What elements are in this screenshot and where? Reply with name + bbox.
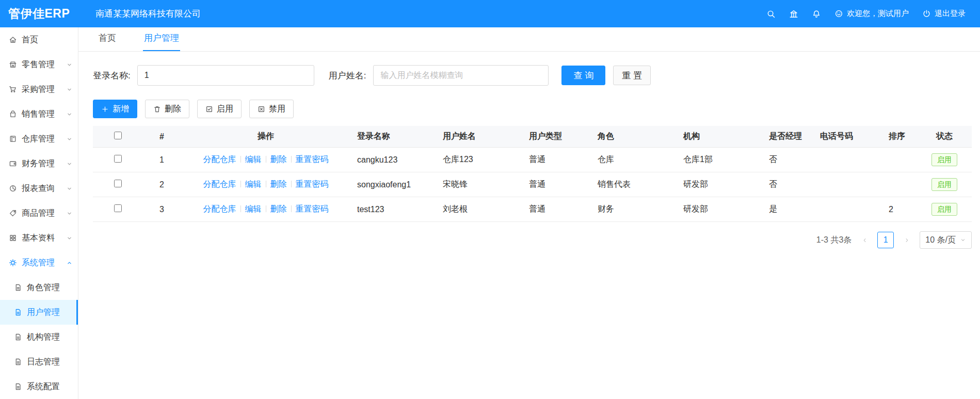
enable-button[interactable]: 启用 <box>197 100 242 118</box>
wallet-icon <box>9 159 17 168</box>
check-square-icon <box>205 105 213 113</box>
login-name-input[interactable] <box>137 65 314 86</box>
sidebar-item-label: 报表查询 <box>22 183 55 194</box>
greeting-text: 欢迎您，测试用户 <box>847 9 909 19</box>
edit-link[interactable]: 编辑 <box>245 180 262 188</box>
pagination: 1-3 共3条 1 10 条/页 <box>93 231 972 249</box>
main-area: 首页 用户管理 登录名称: 用户姓名: 查 询 重 置 新增 <box>78 27 980 399</box>
sidebar-item-retail[interactable]: 零售管理 <box>0 52 78 77</box>
status-badge[interactable]: 启用 <box>931 203 957 216</box>
sidebar-item-home[interactable]: 首页 <box>0 27 78 52</box>
document-icon <box>14 333 22 341</box>
table-row: 3 分配仓库编辑删除重置密码 test123 刘老根 普通 财务 研发部 是 2… <box>93 197 972 222</box>
edit-link[interactable]: 编辑 <box>245 155 262 164</box>
edit-link[interactable]: 编辑 <box>245 204 262 213</box>
row-actions: 分配仓库编辑删除重置密码 <box>181 148 351 172</box>
trash-icon <box>153 105 161 113</box>
sidebar-item-warehouse[interactable]: 仓库管理 <box>0 126 78 151</box>
reset-password-link[interactable]: 重置密码 <box>296 180 329 188</box>
next-page-button[interactable] <box>899 232 914 248</box>
page-content: 登录名称: 用户姓名: 查 询 重 置 新增 删除 启用 <box>78 52 980 399</box>
col-login-name: 登录名称 <box>351 126 437 148</box>
add-button-label: 新增 <box>113 104 129 115</box>
user-greeting[interactable]: 欢迎您，测试用户 <box>834 9 909 19</box>
sidebar-item-reports[interactable]: 报表查询 <box>0 176 78 201</box>
phone-cell <box>814 148 882 172</box>
disable-button-label: 禁用 <box>269 104 285 115</box>
status-badge[interactable]: 启用 <box>931 153 957 166</box>
separator <box>266 156 266 163</box>
sidebar-item-user-management[interactable]: 用户管理 <box>0 300 78 325</box>
sidebar-item-basic-data[interactable]: 基本资料 <box>0 226 78 250</box>
bell-icon[interactable] <box>812 9 821 19</box>
sidebar-item-purchase[interactable]: 采购管理 <box>0 77 78 102</box>
reset-password-link[interactable]: 重置密码 <box>296 155 329 164</box>
row-checkbox[interactable] <box>114 180 122 187</box>
delete-link[interactable]: 删除 <box>270 180 287 188</box>
warehouse-icon <box>9 135 17 143</box>
sidebar-item-role-management[interactable]: 角色管理 <box>0 275 78 300</box>
row-checkbox[interactable] <box>114 204 122 212</box>
sidebar-item-label: 零售管理 <box>22 59 55 70</box>
smile-icon <box>834 9 843 18</box>
current-page[interactable]: 1 <box>877 232 894 248</box>
status-badge[interactable]: 启用 <box>931 178 957 191</box>
reset-password-link[interactable]: 重置密码 <box>296 204 329 213</box>
reset-button[interactable]: 重 置 <box>613 66 651 85</box>
col-role: 角色 <box>591 126 677 148</box>
delete-button[interactable]: 删除 <box>145 100 189 118</box>
sidebar-item-label: 系统配置 <box>27 381 60 392</box>
tab-user-management[interactable]: 用户管理 <box>143 32 180 51</box>
sidebar-item-label: 机构管理 <box>27 332 60 343</box>
delete-link[interactable]: 删除 <box>270 155 287 164</box>
enable-button-label: 启用 <box>217 104 233 115</box>
disable-button[interactable]: 禁用 <box>249 100 294 118</box>
delete-link[interactable]: 删除 <box>270 204 287 213</box>
login-name-cell: songxiaofeng1 <box>351 172 437 197</box>
row-index: 3 <box>143 197 181 222</box>
row-checkbox[interactable] <box>114 155 122 163</box>
bank-icon[interactable] <box>789 9 798 19</box>
chevron-down-icon <box>66 111 73 118</box>
prev-page-button[interactable] <box>857 232 872 248</box>
user-name-cell: 宋晓锋 <box>437 172 523 197</box>
user-name-label: 用户姓名: <box>329 70 366 82</box>
document-icon <box>14 308 22 316</box>
user-type-cell: 普通 <box>523 172 591 197</box>
sidebar-item-products[interactable]: 商品管理 <box>0 201 78 226</box>
assign-warehouse-link[interactable]: 分配仓库 <box>203 180 236 188</box>
table-row: 1 分配仓库编辑删除重置密码 cangku123 仓库123 普通 仓库 仓库1… <box>93 148 972 172</box>
logout-button[interactable]: 退出登录 <box>922 9 966 19</box>
col-status: 状态 <box>917 126 972 148</box>
add-button[interactable]: 新增 <box>93 100 137 118</box>
plus-icon <box>101 105 109 113</box>
chevron-left-icon <box>861 237 868 244</box>
select-all-checkbox[interactable] <box>114 132 122 139</box>
sidebar-item-label: 用户管理 <box>27 307 60 318</box>
user-type-cell: 普通 <box>523 197 591 222</box>
chevron-down-icon <box>66 86 73 93</box>
separator <box>291 205 292 212</box>
sidebar-item-log-management[interactable]: 日志管理 <box>0 349 78 374</box>
col-user-type: 用户类型 <box>523 126 591 148</box>
logout-text: 退出登录 <box>935 9 966 19</box>
topbar-actions: 欢迎您，测试用户 退出登录 <box>766 9 980 19</box>
sidebar-item-system[interactable]: 系统管理 <box>0 250 78 275</box>
sidebar-item-finance[interactable]: 财务管理 <box>0 151 78 176</box>
phone-cell <box>814 172 882 197</box>
search-button[interactable]: 查 询 <box>561 66 605 85</box>
sidebar-item-system-config[interactable]: 系统配置 <box>0 374 78 399</box>
shopping-bag-icon <box>9 110 17 118</box>
sidebar-item-sales[interactable]: 销售管理 <box>0 102 78 126</box>
sidebar-item-org-management[interactable]: 机构管理 <box>0 325 78 349</box>
assign-warehouse-link[interactable]: 分配仓库 <box>203 204 236 213</box>
col-sort: 排序 <box>882 126 917 148</box>
page-size-select[interactable]: 10 条/页 <box>920 231 972 249</box>
chevron-up-icon <box>66 260 73 266</box>
tab-home[interactable]: 首页 <box>98 32 117 51</box>
user-name-input[interactable] <box>373 65 549 86</box>
manager-cell: 是 <box>763 197 814 222</box>
chevron-down-icon <box>66 185 73 192</box>
assign-warehouse-link[interactable]: 分配仓库 <box>203 155 236 164</box>
search-icon[interactable] <box>766 9 776 19</box>
